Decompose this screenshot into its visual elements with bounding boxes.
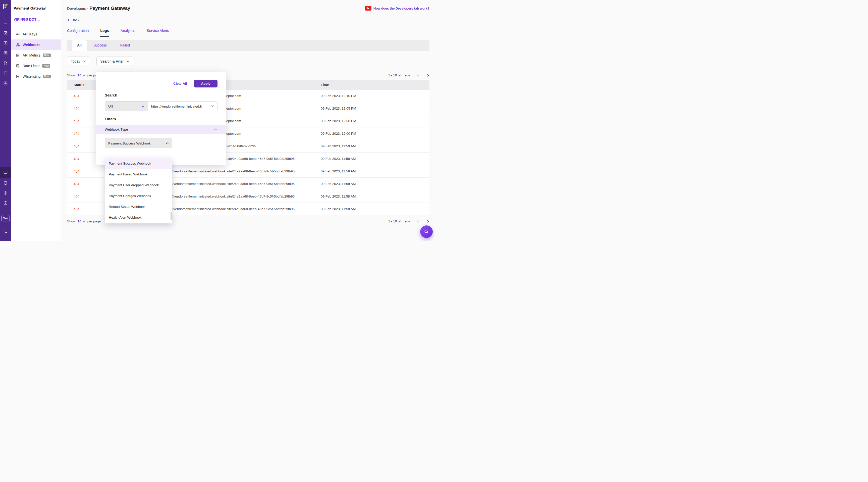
filters-section-title: Filters: [105, 117, 226, 121]
search-input[interactable]: [148, 101, 217, 111]
search-field-select[interactable]: Url: [105, 101, 148, 111]
sidebar-item-api-keys[interactable]: API Keys: [11, 29, 61, 39]
search-filter-button[interactable]: Search & Filter: [96, 57, 133, 66]
webhook-type-value: Payment Success Webhook: [108, 142, 151, 145]
show-label: Show: [67, 73, 75, 77]
url-cell: https://vendorsettlementinitiated.webhoo…: [163, 194, 321, 198]
sidebar: Payment Gateway VIKINGS DOT ... API Keys…: [11, 0, 61, 241]
rate-limit-icon: [16, 64, 20, 68]
time-cell: 09 Feb 2023, 12:05 PM: [321, 107, 430, 110]
page: Test Payment Gateway VIKINGS DOT ... API…: [0, 0, 434, 241]
next-page-icon[interactable]: [426, 73, 430, 77]
time-cell: 09 Feb 2023, 11:59 AM: [321, 144, 430, 148]
date-filter-button[interactable]: Today: [67, 57, 90, 66]
subtab-failed[interactable]: Failed: [114, 40, 136, 51]
dropdown-option-payment-charges[interactable]: Payment Charges Webhook: [105, 190, 172, 201]
time-cell: 09 Feb 2023, 11:58 AM: [321, 157, 430, 160]
clear-search-icon[interactable]: ✕: [211, 104, 214, 108]
tab-configuration[interactable]: Configuration: [67, 29, 89, 37]
chevron-down-icon: [83, 74, 85, 77]
search-filter-panel: Clear All Apply Search Url ✕ Filters Web…: [96, 71, 226, 165]
time-cell: 09 Feb 2023, 11:58 AM: [321, 170, 430, 173]
help-video-link[interactable]: How does the Developers tab work?: [365, 6, 430, 10]
chevron-down-icon: [83, 60, 86, 63]
dropdown-scrollbar[interactable]: [170, 212, 172, 220]
metrics-icon: [16, 53, 20, 58]
prev-page-icon[interactable]: [416, 73, 420, 77]
test-mode-button[interactable]: Test: [1, 215, 10, 221]
time-cell: 09 Feb 2023, 12:00 PM: [321, 132, 430, 135]
compose-icon[interactable]: [0, 28, 11, 38]
tab-analytics[interactable]: Analytics: [121, 29, 135, 37]
guide-icon[interactable]: [0, 68, 11, 79]
prev-page-icon[interactable]: [416, 220, 420, 223]
chevron-up-icon: [214, 128, 217, 131]
merchant-selector[interactable]: VIKINGS DOT ...: [11, 10, 61, 21]
whitelist-icon: [16, 74, 20, 79]
tab-logs[interactable]: Logs: [100, 29, 109, 37]
show-label: Show: [67, 219, 75, 223]
sidebar-item-label: Whitelisting: [23, 74, 41, 79]
help-search-fab[interactable]: [420, 225, 433, 238]
sidebar-item-label: Rate Limits: [23, 64, 40, 68]
settings-icon[interactable]: [0, 188, 11, 198]
search-field-value: Url: [108, 104, 113, 108]
chevron-up-icon: [127, 60, 130, 63]
dashboard-icon[interactable]: [0, 167, 11, 178]
chevron-down-icon: [83, 220, 85, 223]
filter-group-webhook-type[interactable]: Webhook Type: [96, 125, 226, 134]
time-cell: 09 Feb 2023, 12:00 PM: [321, 119, 430, 123]
page-title: Developers -Payment Gateway: [67, 5, 130, 11]
sidebar-item-api-metrics[interactable]: API Metrics New: [11, 50, 61, 61]
globe-icon[interactable]: [0, 178, 11, 188]
sidebar-item-webhooks[interactable]: Webhooks: [11, 39, 61, 50]
new-badge: New: [42, 64, 50, 68]
next-page-icon[interactable]: [426, 220, 430, 223]
filter-group-label: Webhook Type: [105, 127, 128, 131]
docs-icon[interactable]: [0, 58, 11, 68]
apply-button[interactable]: Apply: [194, 80, 217, 87]
export-icon[interactable]: [0, 38, 11, 48]
status-filter-band: All Success Failed: [67, 40, 430, 51]
dropdown-option-payment-failed[interactable]: Payment Failed Webhook: [105, 169, 172, 180]
time-cell: 09 Feb 2023, 11:58 AM: [321, 182, 430, 186]
sidebar-item-label: API Keys: [23, 32, 37, 36]
search-section-title: Search: [105, 93, 226, 97]
new-badge: New: [43, 54, 51, 57]
pagination-range: 1 - 10 of many: [388, 73, 410, 77]
sidebar-item-rate-limits[interactable]: Rate Limits New: [11, 61, 61, 71]
webhook-type-select[interactable]: Payment Success Webhook: [105, 138, 172, 148]
per-page-label: per page: [87, 219, 101, 223]
subtab-success[interactable]: Success: [87, 40, 114, 51]
dropdown-option-payment-success[interactable]: Payment Success Webhook: [105, 158, 172, 169]
webhook-icon: [16, 43, 20, 47]
forms-icon[interactable]: [0, 48, 11, 58]
icon-rail: Test: [0, 0, 11, 241]
product-title: Payment Gateway: [11, 0, 61, 10]
page-size-select[interactable]: 10: [78, 73, 85, 77]
back-button[interactable]: Back: [67, 18, 430, 22]
search-icon: [424, 229, 429, 234]
page-size-select[interactable]: 10: [78, 219, 85, 223]
youtube-icon: [365, 6, 371, 10]
new-badge: New: [43, 74, 51, 78]
support-icon[interactable]: [0, 198, 11, 208]
url-cell: https://vendorsettlementinitiated.webhoo…: [163, 207, 321, 211]
pagination-range: 1 - 10 of many: [388, 219, 410, 223]
subtab-all[interactable]: All: [72, 40, 87, 51]
chevron-down-icon: [142, 105, 145, 108]
sidebar-item-whitelisting[interactable]: Whitelisting New: [11, 71, 61, 82]
menu-icon[interactable]: [0, 17, 11, 27]
clear-all-button[interactable]: Clear All: [173, 82, 187, 85]
tab-service-alerts[interactable]: Service Alerts: [147, 29, 169, 37]
reports-icon[interactable]: [0, 79, 11, 88]
dropdown-option-refund-status[interactable]: Refund Status Webhook: [105, 201, 172, 212]
column-time: Time: [321, 83, 430, 87]
logout-icon[interactable]: [0, 228, 11, 238]
dropdown-option-health-alert[interactable]: Health Alert Webhook: [105, 212, 172, 223]
key-icon: [16, 32, 20, 36]
sidebar-item-label: API Metrics: [23, 53, 41, 57]
url-cell: https://vendorsettlementinitiated.webhoo…: [163, 170, 321, 173]
dropdown-option-payment-user-dropped[interactable]: Payment User dropped Webhook: [105, 180, 172, 190]
app-logo-icon: [0, 1, 11, 12]
